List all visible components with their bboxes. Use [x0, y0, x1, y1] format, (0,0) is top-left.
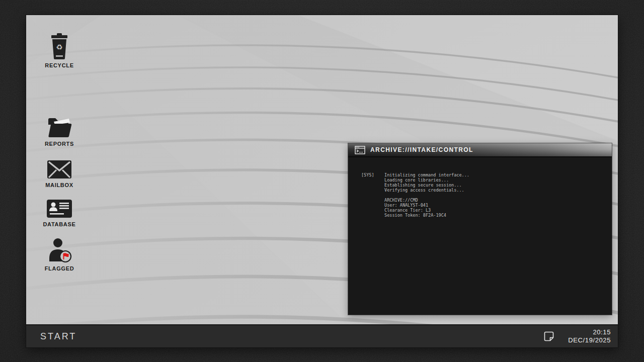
clock-time: 20:15	[568, 328, 611, 336]
start-button[interactable]: START	[40, 331, 76, 342]
terminal-window-title: ARCHIVE://INTAKE/CONTROL	[370, 146, 473, 153]
desktop-icon-flagged[interactable]: FLAGGED	[34, 238, 85, 272]
icon-label-reports: REPORTS	[45, 141, 74, 147]
console-line: Clearance Tier: L3	[361, 208, 605, 213]
icon-label-mailbox: MAILBOX	[45, 182, 73, 188]
desktop: ♻ RECYCLE REPORTS MAILBOX	[26, 15, 618, 324]
envelope-icon	[47, 160, 72, 179]
monitor-screen: ♻ RECYCLE REPORTS MAILBOX	[26, 15, 618, 347]
console-line: Establishing secure session...	[361, 183, 605, 188]
console-line: Session Token: 8F2A-19C4	[361, 213, 605, 218]
system-tray: 20:15 DEC/19/2025	[544, 328, 611, 344]
terminal-window-icon	[355, 146, 365, 154]
console-line: ARCHIVE://CMD	[361, 198, 605, 203]
console-line	[361, 193, 605, 198]
icon-label-recycle: RECYCLE	[45, 62, 73, 68]
recycle-bin-icon: ♻	[47, 33, 72, 59]
desktop-icon-mailbox[interactable]: MAILBOX	[34, 160, 85, 188]
terminal-window-titlebar[interactable]: ARCHIVE://INTAKE/CONTROL	[348, 143, 612, 157]
note-icon[interactable]	[544, 331, 554, 341]
desktop-icon-reports[interactable]: REPORTS	[34, 116, 85, 147]
folder-icon	[47, 116, 72, 138]
console-line: User: ANALYST-041	[361, 203, 605, 208]
id-card-icon	[46, 199, 72, 218]
icon-label-database: DATABASE	[43, 221, 75, 227]
desktop-icon-database[interactable]: DATABASE	[34, 199, 85, 227]
console-line: [SYS] Initializing command interface...	[361, 172, 605, 177]
console-line: Verifying access credentials...	[361, 188, 605, 193]
icon-label-flagged: FLAGGED	[45, 265, 74, 272]
clock-date: DEC/19/2025	[568, 336, 611, 344]
taskbar: START 20:15 DEC/19/2025	[26, 324, 618, 347]
terminal-console[interactable]: [SYS] Initializing command interface... …	[348, 157, 612, 218]
terminal-window: ARCHIVE://INTAKE/CONTROL [SYS] Initializ…	[348, 143, 612, 315]
person-flag-icon	[46, 238, 72, 262]
desktop-icon-recycle[interactable]: ♻ RECYCLE	[34, 33, 85, 68]
console-line: Loading core libraries...	[361, 177, 605, 183]
svg-text:♻: ♻	[56, 43, 62, 52]
clock: 20:15 DEC/19/2025	[568, 328, 611, 344]
